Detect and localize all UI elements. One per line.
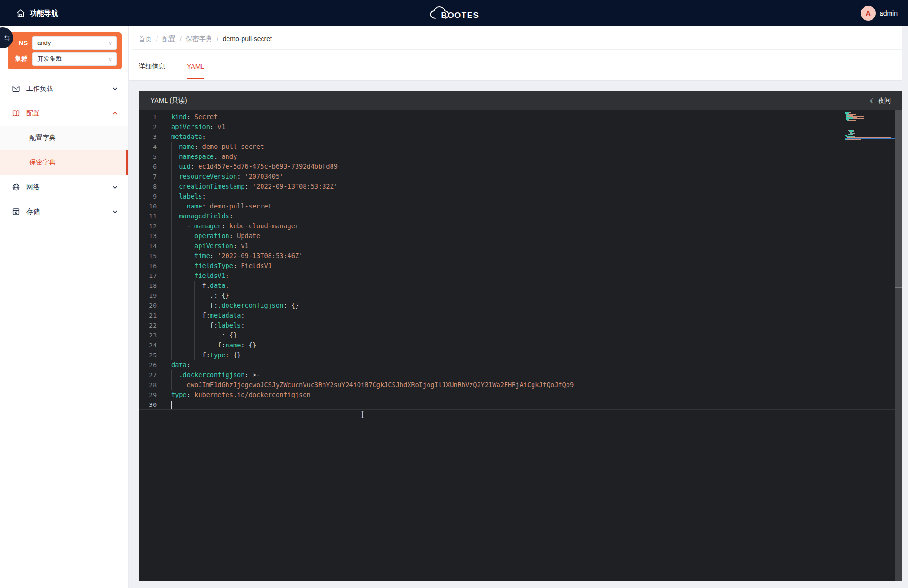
tab-bar: 详细信息YAML — [139, 56, 204, 80]
moon-icon: ☾ — [870, 97, 875, 104]
yaml-editor-title: YAML (只读) — [150, 96, 187, 105]
avatar: A — [861, 6, 876, 21]
breadcrumb-separator: / — [156, 35, 158, 43]
line-number: 26 — [139, 360, 157, 370]
line-number: 8 — [139, 182, 157, 191]
chevron-down-icon: ∨ — [108, 53, 112, 65]
line-number: 12 — [139, 221, 157, 231]
sidebar-item-3[interactable]: 存储 — [0, 199, 128, 224]
line-number: 15 — [139, 251, 157, 261]
chevron-down-icon — [113, 185, 118, 189]
line-number: 11 — [139, 211, 157, 221]
topbar: 首页/配置/保密字典/demo-pull-secret 详细信息YAML — [129, 26, 908, 81]
code-line-30: 30 — [139, 400, 902, 410]
editor-scrollbar-thumb[interactable] — [895, 110, 902, 288]
line-number: 29 — [139, 390, 157, 400]
night-mode-toggle[interactable]: ☾ 夜间 — [870, 96, 891, 105]
tab-详细信息[interactable]: 详细信息 — [139, 56, 165, 80]
user-menu[interactable]: A admin — [861, 0, 898, 26]
line-number: 27 — [139, 370, 157, 380]
chevron-down-icon — [113, 210, 118, 214]
namespace-select[interactable]: andy ∨ — [32, 36, 117, 50]
code-line-16: 16fieldsType: FieldsV1 — [139, 261, 902, 271]
code-line-2: 2apiVersion: v1 — [139, 122, 902, 132]
breadcrumb-item-1[interactable]: 配置 — [162, 35, 175, 43]
yaml-editor-panel: YAML (只读) ☾ 夜间 1kind: Secret2apiVersion:… — [139, 91, 902, 581]
line-number: 6 — [139, 162, 157, 172]
sidebar-item-0[interactable]: 工作负载 — [0, 77, 128, 101]
divider — [132, 49, 908, 50]
breadcrumb-item-0[interactable]: 首页 — [139, 35, 152, 43]
network-icon — [12, 183, 20, 191]
code-line-13: 13operation: Update — [139, 231, 902, 241]
editor-scrollbar[interactable] — [895, 110, 902, 581]
line-number: 4 — [139, 142, 157, 152]
line-number: 30 — [139, 400, 157, 409]
home-icon — [16, 9, 26, 18]
line-number: 5 — [139, 152, 157, 162]
chevron-up-icon — [113, 112, 118, 115]
breadcrumb-separator: / — [217, 35, 218, 43]
line-number: 25 — [139, 350, 157, 360]
line-number: 14 — [139, 241, 157, 251]
code-line-28: 28ewoJImF1dGhzIjogewoJCSJyZWcucnVuc3RhY2… — [139, 380, 902, 390]
storage-icon — [12, 208, 20, 216]
app-header: 功能导航 BOOTES A admin — [0, 0, 908, 26]
line-number: 10 — [139, 201, 157, 211]
code-line-20: 20f:.dockerconfigjson: {} — [139, 301, 902, 311]
line-number: 2 — [139, 122, 157, 132]
breadcrumb: 首页/配置/保密字典/demo-pull-secret — [139, 35, 272, 43]
sidebar-item-1[interactable]: 配置 — [0, 101, 128, 126]
breadcrumb-item-2[interactable]: 保密字典 — [186, 35, 212, 43]
yaml-editor-body[interactable]: 1kind: Secret2apiVersion: v13metadata:4n… — [139, 110, 902, 581]
minimap-marker-blue — [845, 138, 895, 139]
code-line-4: 4name: demo-pull-secret — [139, 142, 902, 152]
code-lines: 1kind: Secret2apiVersion: v13metadata:4n… — [139, 112, 902, 410]
cluster-label: 集群 — [8, 55, 32, 63]
code-line-8: 8creationTimestamp: '2022-09-13T08:53:32… — [139, 182, 902, 191]
cluster-select[interactable]: 开发集群 ∨ — [32, 52, 117, 66]
line-number: 3 — [139, 132, 157, 142]
line-number: 9 — [139, 191, 157, 201]
page-scrollbar-track[interactable] — [902, 26, 908, 588]
code-line-14: 14apiVersion: v1 — [139, 241, 902, 251]
line-number: 17 — [139, 271, 157, 281]
line-number: 20 — [139, 301, 157, 311]
code-line-6: 6uid: ec1d457e-5d76-475c-b693-7392d4bbfd… — [139, 162, 902, 172]
code-line-25: 25f:type: {} — [139, 350, 902, 360]
breadcrumb-item-3: demo-pull-secret — [223, 35, 272, 43]
line-number: 22 — [139, 320, 157, 330]
line-number: 16 — [139, 261, 157, 271]
collapse-arrows-icon: ⇆ — [4, 34, 10, 42]
code-line-26: 26data: — [139, 360, 902, 370]
sidebar-subitem-1-0[interactable]: 配置字典 — [0, 126, 128, 150]
line-number: 1 — [139, 112, 157, 122]
line-number: 23 — [139, 330, 157, 340]
sidebar-item-2[interactable]: 网络 — [0, 175, 128, 199]
minimap[interactable] — [845, 112, 895, 141]
sidebar-subitem-1-1[interactable]: 保密字典 — [0, 150, 128, 175]
line-number: 13 — [139, 231, 157, 241]
line-number: 18 — [139, 281, 157, 291]
line-number: 28 — [139, 380, 157, 390]
function-nav-label: 功能导航 — [30, 9, 58, 18]
yaml-editor-header: YAML (只读) ☾ 夜间 — [139, 91, 902, 110]
line-number: 7 — [139, 172, 157, 182]
code-line-10: 10name: demo-pull-secret — [139, 201, 902, 211]
sidebar-subitem-label: 配置字典 — [29, 134, 56, 142]
code-line-23: 23.: {} — [139, 330, 902, 340]
line-number: 19 — [139, 291, 157, 301]
workload-icon — [12, 85, 20, 93]
code-line-9: 9labels: — [139, 191, 902, 201]
sidebar-subitem-label: 保密字典 — [29, 158, 56, 167]
breadcrumb-separator: / — [180, 35, 182, 43]
sidebar: ⇆ NS andy ∨ 集群 开发集群 ∨ 工作负载配置配置字典保密字典网络存储 — [0, 26, 129, 588]
tab-YAML[interactable]: YAML — [187, 56, 204, 80]
code-line-7: 7resourceVersion: '20703405' — [139, 172, 902, 182]
function-nav-button[interactable]: 功能导航 — [16, 9, 58, 18]
code-line-18: 18f:data: — [139, 281, 902, 291]
code-line-24: 24f:name: {} — [139, 340, 902, 350]
brand-logo-text: BOOTES — [441, 11, 480, 20]
code-line-3: 3metadata: — [139, 132, 902, 142]
line-number: 24 — [139, 340, 157, 350]
